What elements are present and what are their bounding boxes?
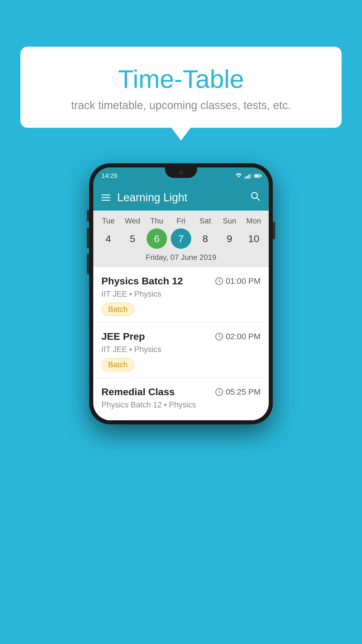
status-time: 14:29 <box>101 172 117 180</box>
class-time-text-1: 01:00 PM <box>226 276 261 286</box>
day-header-tue: Tue <box>98 216 119 225</box>
class-name-3: Remedial Class <box>101 386 175 398</box>
app-header: Learning Light <box>93 184 269 211</box>
class-time-2: 02:00 PM <box>215 332 261 341</box>
svg-line-10 <box>219 392 221 393</box>
svg-line-7 <box>219 337 221 337</box>
batch-badge-2: Batch <box>101 358 134 371</box>
day-5[interactable]: 5 <box>122 228 143 249</box>
volume-down-button <box>87 254 89 274</box>
class-header-row-2: JEE Prep 02:00 PM <box>101 331 261 342</box>
app-title: Learning Light <box>117 191 187 204</box>
hamburger-menu-icon[interactable] <box>101 195 110 201</box>
calendar-strip: Tue Wed Thu Fri Sat Sun Mon 4 5 6 7 8 9 … <box>93 211 269 267</box>
speech-bubble: Time-Table track timetable, upcoming cla… <box>20 47 342 128</box>
day-numbers: 4 5 6 7 8 9 10 <box>93 228 269 249</box>
class-time-text-3: 05:25 PM <box>226 387 261 397</box>
class-time-1: 01:00 PM <box>215 276 261 286</box>
status-icons <box>236 173 261 179</box>
class-header-row-1: Physics Batch 12 01:00 PM <box>101 275 261 287</box>
selected-date-label: Friday, 07 June 2019 <box>93 249 269 264</box>
day-10[interactable]: 10 <box>243 228 264 249</box>
volume-up-button <box>87 228 89 248</box>
batch-badge-1: Batch <box>101 303 134 316</box>
clock-icon-3 <box>215 388 223 396</box>
class-subtitle-2: IIT JEE • Physics <box>101 345 261 354</box>
clock-icon-1 <box>215 277 223 285</box>
svg-line-4 <box>219 281 221 282</box>
day-8[interactable]: 8 <box>195 228 215 249</box>
phone-screen: 14:29 <box>93 167 269 420</box>
class-subtitle-3: Physics Batch 12 • Physics <box>101 400 261 410</box>
class-item-1[interactable]: Physics Batch 12 01:00 PM IIT JEE • Phys… <box>93 267 269 323</box>
day-9[interactable]: 9 <box>219 228 240 249</box>
day-header-mon: Mon <box>243 216 264 225</box>
svg-line-1 <box>256 197 259 200</box>
day-headers: Tue Wed Thu Fri Sat Sun Mon <box>93 216 269 225</box>
phone-outer: 14:29 <box>89 163 273 424</box>
class-item-2[interactable]: JEE Prep 02:00 PM IIT JEE • Physics Batc… <box>93 323 269 378</box>
signal-icon <box>245 173 251 178</box>
day-header-thu: Thu <box>147 216 167 225</box>
header-left: Learning Light <box>101 191 187 204</box>
class-name-1: Physics Batch 12 <box>101 275 183 287</box>
speech-bubble-container: Time-Table track timetable, upcoming cla… <box>20 47 342 128</box>
day-header-sat: Sat <box>195 216 215 225</box>
class-name-2: JEE Prep <box>101 331 145 342</box>
battery-icon <box>254 174 261 178</box>
front-camera <box>179 171 183 175</box>
day-6-today[interactable]: 6 <box>147 228 167 249</box>
classes-list: Physics Batch 12 01:00 PM IIT JEE • Phys… <box>93 267 269 420</box>
bubble-subtitle: track timetable, upcoming classes, tests… <box>32 99 330 112</box>
status-bar: 14:29 <box>93 167 269 184</box>
class-time-3: 05:25 PM <box>215 387 261 397</box>
class-header-row-3: Remedial Class 05:25 PM <box>101 386 261 398</box>
phone-device: 14:29 <box>89 163 273 424</box>
wifi-icon <box>236 173 242 179</box>
day-4[interactable]: 4 <box>98 228 119 249</box>
power-button <box>273 222 275 239</box>
class-item-3[interactable]: Remedial Class 05:25 PM Physics Batch 12… <box>93 378 269 420</box>
class-subtitle-1: IIT JEE • Physics <box>101 290 261 299</box>
notch <box>165 167 197 178</box>
day-header-fri: Fri <box>171 216 191 225</box>
silent-button <box>87 210 89 222</box>
day-header-sun: Sun <box>219 216 240 225</box>
bubble-title: Time-Table <box>32 64 330 94</box>
day-header-wed: Wed <box>122 216 143 225</box>
search-button[interactable] <box>250 191 261 204</box>
clock-icon-2 <box>215 332 223 341</box>
class-time-text-2: 02:00 PM <box>226 332 261 341</box>
day-7-selected[interactable]: 7 <box>171 228 191 249</box>
